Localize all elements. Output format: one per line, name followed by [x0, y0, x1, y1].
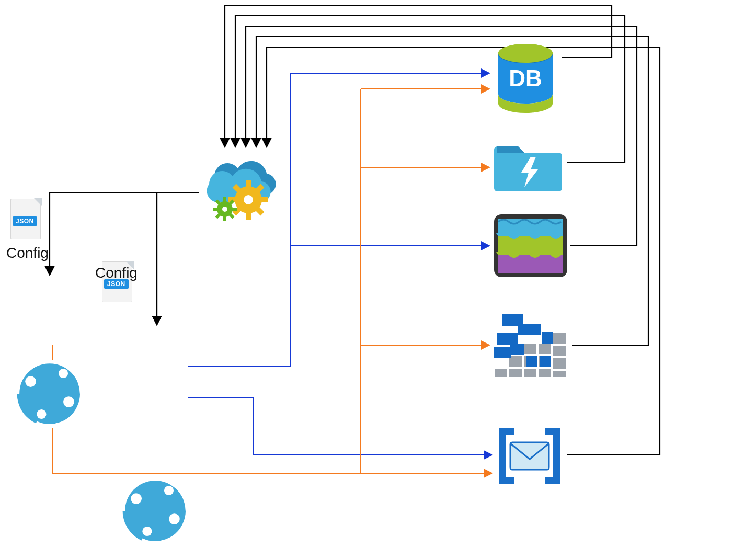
azure-cloud-service-icon [199, 147, 288, 226]
svg-point-6 [131, 493, 142, 504]
svg-rect-22 [223, 216, 226, 221]
azure-cosmos-db-icon: DB [494, 42, 557, 115]
svg-point-8 [169, 513, 180, 524]
svg-rect-48 [553, 371, 566, 377]
svg-rect-43 [553, 358, 566, 369]
svg-rect-47 [539, 369, 551, 377]
config-label-1: Config [6, 245, 49, 261]
svg-point-29 [222, 207, 227, 212]
svg-rect-38 [553, 333, 566, 344]
architecture-diagram: JSON Config JSON Config [0, 0, 756, 548]
azure-web-app-icon-1 [16, 360, 84, 428]
svg-point-9 [142, 527, 152, 536]
svg-rect-36 [524, 344, 536, 354]
json-badge: JSON [13, 216, 37, 226]
svg-rect-39 [553, 346, 566, 356]
config-label-2: Config [95, 265, 138, 281]
svg-rect-52 [494, 347, 511, 358]
svg-rect-50 [518, 324, 541, 335]
azure-data-lake-icon [494, 214, 567, 277]
svg-point-31 [498, 44, 553, 63]
db-label: DB [509, 65, 542, 91]
svg-rect-56 [540, 356, 551, 367]
svg-rect-57 [510, 442, 549, 470]
svg-rect-13 [261, 197, 268, 202]
svg-rect-12 [246, 212, 251, 220]
svg-rect-46 [524, 369, 536, 377]
svg-point-1 [25, 376, 36, 387]
svg-point-4 [37, 409, 46, 419]
svg-rect-55 [526, 356, 537, 367]
svg-point-3 [63, 396, 74, 407]
svg-point-7 [164, 486, 174, 495]
svg-rect-35 [498, 255, 563, 273]
svg-rect-51 [497, 333, 518, 345]
svg-rect-11 [246, 180, 251, 187]
svg-rect-45 [509, 369, 522, 377]
json-config-icon-1: JSON [10, 199, 42, 241]
svg-rect-37 [539, 344, 551, 354]
svg-point-19 [244, 195, 253, 204]
svg-rect-24 [213, 208, 217, 211]
azure-messaging-icon [496, 425, 564, 487]
azure-functions-folder-icon [494, 136, 562, 193]
svg-rect-21 [223, 197, 226, 202]
svg-rect-44 [495, 369, 507, 377]
svg-rect-23 [232, 208, 237, 211]
azure-web-app-icon-2 [121, 477, 189, 545]
azure-storage-icon [491, 311, 570, 379]
svg-rect-54 [542, 332, 553, 344]
svg-rect-53 [510, 344, 524, 355]
svg-point-2 [59, 369, 68, 378]
